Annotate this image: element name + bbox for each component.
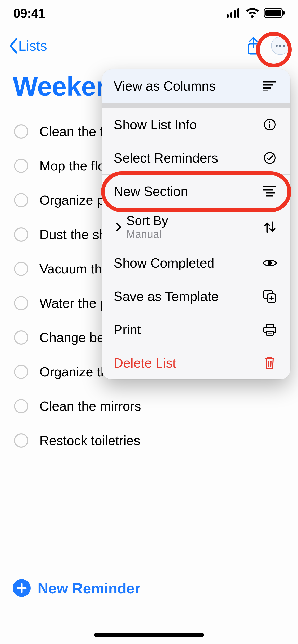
sort-by-value: Manual	[126, 228, 261, 240]
checkbox-unchecked-icon[interactable]	[14, 227, 28, 242]
reminder-text: Change be	[39, 330, 104, 345]
status-icons	[227, 8, 285, 19]
eye-icon	[261, 258, 279, 268]
menu-new-section[interactable]: New Section	[102, 175, 290, 208]
new-reminder-label: New Reminder	[38, 580, 140, 597]
svg-rect-2	[234, 10, 236, 18]
ellipsis-circle-icon	[271, 37, 289, 55]
sort-arrows-icon	[261, 221, 279, 233]
svg-rect-3	[237, 8, 239, 18]
chevron-left-icon	[8, 37, 20, 54]
menu-label: Print	[114, 322, 261, 337]
svg-rect-6	[283, 11, 285, 15]
svg-point-15	[264, 153, 275, 163]
checkbox-unchecked-icon[interactable]	[14, 124, 28, 139]
chevron-right-icon	[114, 223, 124, 232]
reminder-text: Mop the flo	[39, 158, 105, 173]
menu-label: Delete List	[114, 355, 261, 371]
menu-label: Show List Info	[114, 117, 261, 132]
checkbox-unchecked-icon[interactable]	[14, 433, 28, 448]
checkbox-unchecked-icon[interactable]	[14, 262, 28, 276]
plus-circle-icon	[13, 579, 31, 597]
checkbox-unchecked-icon[interactable]	[14, 330, 28, 345]
reminder-text: Water the p	[39, 296, 107, 311]
reminder-text: Dust the sh	[39, 227, 106, 242]
menu-label: View as Columns	[114, 78, 261, 94]
checkbox-unchecked-icon[interactable]	[14, 159, 28, 173]
share-icon	[246, 37, 261, 55]
home-indicator	[94, 633, 204, 637]
menu-show-list-info[interactable]: Show List Info	[102, 108, 290, 141]
checkbox-unchecked-icon[interactable]	[14, 296, 28, 310]
cellular-icon	[227, 8, 241, 19]
reminder-text: Restock toiletries	[39, 433, 140, 448]
checkbox-unchecked-icon[interactable]	[14, 193, 28, 207]
more-menu: View as Columns Show List Info Select Re…	[102, 69, 290, 379]
checkbox-unchecked-icon[interactable]	[14, 399, 28, 413]
svg-rect-1	[230, 12, 232, 18]
share-button[interactable]	[244, 36, 263, 55]
checkmark-circle-icon	[261, 152, 279, 164]
printer-icon	[261, 324, 279, 336]
menu-select-reminders[interactable]: Select Reminders	[102, 141, 290, 174]
checkbox-unchecked-icon[interactable]	[14, 365, 28, 379]
back-label: Lists	[18, 38, 47, 54]
battery-icon	[264, 8, 285, 19]
reminder-text: Clean the mirrors	[39, 399, 141, 414]
menu-label: New Section	[114, 184, 261, 199]
new-reminder-button[interactable]: New Reminder	[0, 575, 298, 601]
menu-label: Show Completed	[114, 255, 261, 271]
nav-bar: Lists	[0, 33, 298, 58]
svg-line-30	[271, 361, 271, 367]
back-button[interactable]: Lists	[8, 37, 47, 54]
info-icon	[261, 119, 279, 131]
reminder-row[interactable]: Clean the mirrors	[0, 389, 298, 423]
list-indent-icon	[261, 186, 279, 197]
menu-sort-by[interactable]: Sort By Manual	[102, 208, 290, 246]
template-plus-icon	[261, 290, 279, 303]
svg-line-29	[268, 361, 269, 367]
menu-label: Sort By	[126, 214, 261, 228]
columns-icon	[261, 81, 279, 91]
svg-rect-0	[227, 14, 229, 18]
menu-show-completed[interactable]: Show Completed	[102, 246, 290, 280]
wifi-icon	[246, 8, 259, 19]
trash-icon	[261, 356, 279, 370]
reminder-text: Vacuum th	[39, 261, 102, 276]
menu-label: Save as Template	[114, 289, 261, 304]
reminder-text: Organize th	[39, 364, 108, 379]
reminder-text: Clean the f	[39, 124, 104, 139]
menu-label: Select Reminders	[114, 150, 261, 166]
status-time: 09:41	[13, 6, 45, 21]
menu-delete-list[interactable]: Delete List	[102, 346, 290, 379]
status-bar: 09:41	[0, 0, 298, 27]
menu-print[interactable]: Print	[102, 313, 290, 346]
more-button[interactable]	[270, 36, 290, 56]
reminder-row[interactable]: Restock toiletries	[0, 423, 298, 458]
menu-view-as-columns[interactable]: View as Columns	[102, 69, 290, 103]
svg-point-13	[269, 121, 270, 123]
list-title: Weeker	[13, 71, 106, 102]
svg-point-20	[268, 261, 272, 265]
menu-save-as-template[interactable]: Save as Template	[102, 280, 290, 313]
svg-rect-5	[265, 10, 281, 16]
reminder-text: Organize p	[39, 193, 104, 208]
